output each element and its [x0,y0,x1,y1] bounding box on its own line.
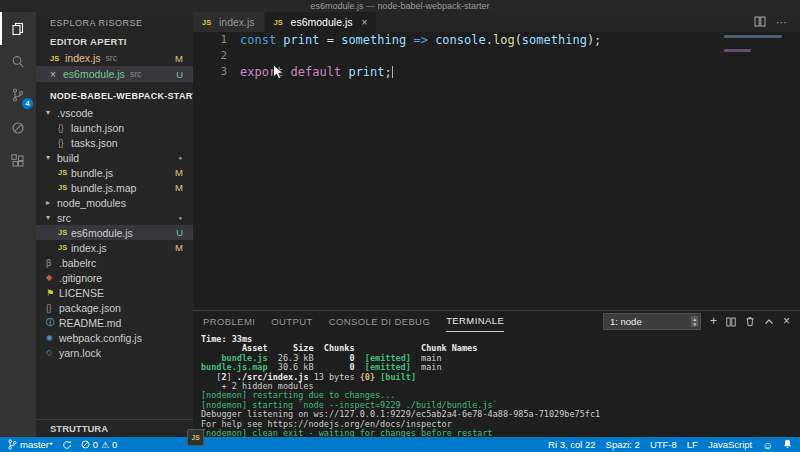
tree-item-README.md[interactable]: ⓘREADME.md [36,315,193,330]
new-terminal-icon[interactable]: + [710,316,717,327]
tree-item-tasks.json[interactable]: {}tasks.json [36,135,193,150]
tree-item-webpack.config.js[interactable]: ◉webpack.config.js [36,330,193,345]
tree-item-bundle.js.map[interactable]: JSbundle.js.mapM [36,180,193,195]
open-editor-label: es6module.js [63,68,125,80]
terminal-line: [nodemon] clean exit - waiting for chang… [201,429,800,437]
code-text: export default print; [240,64,393,80]
js-file-icon: JS [58,228,71,237]
open-editor-detail: src [106,53,117,63]
activity-explorer-icon[interactable] [0,12,36,45]
sidebar-explorer: ESPLORA RISORSE EDITOR APERTI JSindex.js… [36,12,193,437]
minimap[interactable] [724,35,786,56]
tree-item-label: package.json [59,302,121,314]
git-status-badge: M [175,242,183,253]
tree-item-es6module.js[interactable]: JSes6module.jsU [36,225,193,240]
status-utf-8[interactable]: UTF-8 [650,439,677,450]
chevron-down-icon: ▾ [46,108,57,117]
status-lf[interactable]: LF [687,439,698,450]
editor-tab-es6module.js[interactable]: JSes6module.js× [265,12,378,32]
tree-item-build[interactable]: ▾build● [36,150,193,165]
tree-item-label: launch.json [71,122,124,134]
more-actions-icon[interactable]: ⋯ [776,16,788,29]
terminal-output[interactable]: Time: 33ms Asset Size Chunks Chunk Names… [193,332,800,437]
tree-item-index.js[interactable]: JSindex.jsM [36,240,193,255]
editor-tab-index.js[interactable]: JSindex.js [193,12,265,32]
error-count: 0 [93,439,98,450]
tree-item-.vscode[interactable]: ▾.vscode [36,105,193,120]
activity-debug-icon[interactable] [0,111,36,144]
mouse-cursor [272,64,285,84]
sync-icon[interactable] [62,440,72,450]
close-panel-icon[interactable]: × [783,316,790,327]
tree-item-package.json[interactable]: {}package.json [36,300,193,315]
code-line-1[interactable]: 1const print = something => console.log(… [193,32,800,48]
tree-item-label: .gitignore [59,272,102,284]
vscode-window: es6module.js — node-babel-webpack-starte… [0,0,800,452]
open-editor-label: index.js [65,52,101,64]
close-editor-icon[interactable]: × [50,69,61,80]
select-arrows-icon: ▴▾ [691,316,698,327]
git-file-icon: ◆ [46,273,59,282]
title-bar: es6module.js — node-babel-webpack-starte… [0,0,800,12]
problems-indicator[interactable]: 0 ⚠ 0 [81,439,118,450]
license-file-icon: ⚑ [46,288,59,298]
editor-tab-bar: JSindex.jsJSes6module.js× ⋯ [193,12,800,32]
tree-item-node_modules[interactable]: ▸node_modules [36,195,193,210]
tree-item-bundle.js[interactable]: JSbundle.jsM [36,165,193,180]
bottom-panel: PROBLEMIOUTPUTCONSOLE DI DEBUGTERMINALE … [193,310,800,437]
panel-tab-console-di-debug[interactable]: CONSOLE DI DEBUG [329,312,430,332]
tree-item-LICENSE[interactable]: ⚑LICENSE [36,285,193,300]
warning-count: 0 [112,439,117,450]
split-terminal-icon[interactable] [726,317,736,327]
open-editor-item-index.js[interactable]: JSindex.jssrcM [36,50,193,66]
git-status-badge: M [175,167,183,178]
branch-name: master* [20,439,53,450]
json-file-icon: {} [58,123,71,133]
webpack-file-icon: ◉ [46,333,59,342]
tree-item-launch.json[interactable]: {}launch.json [36,120,193,135]
chevron-down-icon: ▾ [46,213,57,222]
kill-terminal-trash-icon[interactable] [745,316,755,327]
git-branch-indicator[interactable]: master* [8,439,53,450]
outline-section-header[interactable]: STRUTTURA [36,419,193,437]
yarn-file-icon: ◇ [46,348,59,357]
line-number: 2 [193,48,240,64]
tree-item-label: bundle.js.map [71,182,136,194]
notifications-bell-icon[interactable] [783,439,792,451]
status-ri-3-col-22[interactable]: Ri 3, col 22 [548,439,596,450]
maximize-panel-chevron-up-icon[interactable] [764,317,774,326]
js-file-icon: JS [50,54,63,63]
tree-item-label: tasks.json [71,137,118,149]
tree-item-label: .vscode [57,107,93,119]
js-file-icon: JS [58,183,71,192]
tree-item-yarn.lock[interactable]: ◇yarn.lock [36,345,193,360]
window-title: es6module.js — node-babel-webpack-starte… [310,1,489,11]
folder-root-header[interactable]: NODE-BABEL-WEBPACK-STARTER [36,87,193,105]
open-editor-item-es6module.js[interactable]: ×es6module.jssrcU [36,66,193,82]
scm-changes-badge: 4 [22,98,33,109]
tree-item-.gitignore[interactable]: ◆.gitignore [36,270,193,285]
panel-tab-problemi[interactable]: PROBLEMI [203,312,255,332]
panel-tab-terminale[interactable]: TERMINALE [446,311,504,332]
feedback-smiley-icon[interactable]: ☺ [762,440,773,450]
open-editors-header[interactable]: EDITOR APERTI [36,34,193,50]
activity-source-control-icon[interactable]: 4 [0,78,36,111]
activity-search-icon[interactable] [0,45,36,78]
git-status-badge: M [175,182,183,193]
split-editor-icon[interactable] [754,13,766,31]
status-javascript[interactable]: JavaScript [708,439,752,450]
git-status-badge: U [176,227,183,238]
activity-extensions-icon[interactable] [0,144,36,177]
chevron-right-icon: ▸ [46,198,57,207]
close-tab-icon[interactable]: × [361,17,367,28]
status-spazi-2[interactable]: Spazi: 2 [606,439,640,450]
git-status-badge: M [175,53,183,64]
tree-item-.babelrc[interactable]: β.babelrc [36,255,193,270]
code-line-2[interactable]: 2 [193,48,800,64]
line-number: 1 [193,32,240,48]
terminal-instance-select[interactable]: 1: node ▴▾ [603,313,701,330]
changes-dot-icon: ● [178,215,182,221]
panel-tab-output[interactable]: OUTPUT [271,312,312,332]
file-tree: ▾.vscode{}launch.json{}tasks.json▾build●… [36,105,193,360]
tree-item-src[interactable]: ▾src● [36,210,193,225]
